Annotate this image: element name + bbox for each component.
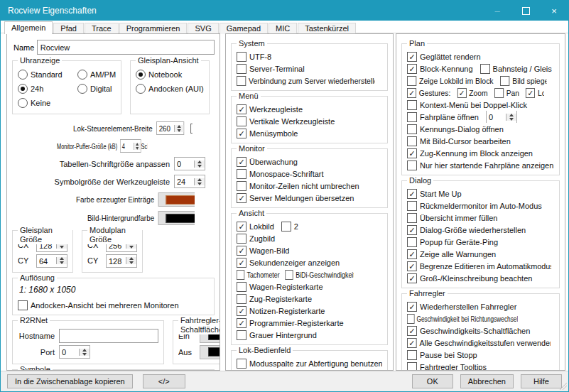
checkbox-server-terminal[interactable]: Server-Terminal bbox=[237, 64, 305, 74]
checkbox-box[interactable] bbox=[237, 234, 246, 244]
checkbox-box[interactable]: ✓ bbox=[407, 249, 417, 259]
minimize-button[interactable]: – bbox=[483, 1, 511, 21]
color-picker-button[interactable] bbox=[200, 345, 220, 359]
checkbox-begrenze-editieren-im-automatikmodus[interactable]: ✓Begrenze Editieren im Automatikmodus bbox=[407, 261, 551, 271]
tab-mic[interactable]: MIC bbox=[269, 23, 297, 34]
spinner-buttons[interactable] bbox=[174, 125, 183, 132]
radio-standard[interactable]: Standard bbox=[18, 70, 70, 80]
spin-up-icon[interactable] bbox=[177, 125, 180, 128]
checkbox-mit-bild-cursor-bearbeiten[interactable]: Mit Bild-Cursor bearbeiten bbox=[407, 136, 511, 146]
checkbox-bersicht-immer-f-llen[interactable]: Übersicht immer füllen bbox=[407, 213, 497, 223]
tab-trace[interactable]: Trace bbox=[85, 23, 119, 34]
checkbox-box[interactable]: ✓ bbox=[407, 302, 417, 312]
checkbox-box[interactable] bbox=[237, 52, 246, 62]
checkbox-monospace-schriftart[interactable]: Monospace-Schriftart bbox=[237, 169, 324, 179]
checkbox-box[interactable]: ✓ bbox=[407, 326, 417, 336]
spinner-24[interactable]: 24 bbox=[174, 175, 205, 188]
checkbox-box[interactable] bbox=[281, 222, 291, 232]
spinner-260[interactable]: 260 bbox=[156, 121, 184, 135]
spinner-0[interactable]: 0 bbox=[486, 111, 517, 123]
spinner-buttons[interactable] bbox=[506, 114, 516, 121]
checkbox-pan[interactable]: Pan bbox=[494, 88, 519, 98]
spin-up-icon[interactable] bbox=[197, 178, 202, 181]
checkbox-gegl-ttet-rendern[interactable]: ✓Geglättet rendern bbox=[407, 52, 481, 62]
tab-svg[interactable]: SVG bbox=[188, 23, 218, 34]
checkbox-sekundenzeiger-anzeigen[interactable]: ✓Sekundenzeiger anzeigen bbox=[237, 258, 340, 268]
checkbox-box[interactable] bbox=[407, 237, 417, 247]
radio-circle[interactable] bbox=[77, 70, 87, 80]
checkbox-block-kennung[interactable]: ✓Block-Kennung bbox=[407, 64, 473, 74]
text-input[interactable] bbox=[59, 329, 158, 343]
checkbox-box[interactable]: ✓ bbox=[237, 157, 246, 167]
checkbox-start-me-up[interactable]: ✓Start Me Up bbox=[407, 189, 462, 199]
checkbox-zeige-lokbild-im-block[interactable]: Zeige Lokbild im Block bbox=[407, 76, 494, 86]
radio-circle[interactable] bbox=[136, 84, 146, 94]
checkbox-wiederherstellen-fahrregler[interactable]: ✓Wiederherstellen Fahrregler bbox=[407, 302, 516, 312]
checkbox-box[interactable]: ✓ bbox=[237, 318, 246, 328]
checkbox-grauer-hintergrund[interactable]: Grauer Hintergrund bbox=[237, 330, 317, 340]
tab-pfad[interactable]: Pfad bbox=[53, 23, 84, 34]
spinner-value[interactable]: 0 bbox=[175, 159, 194, 168]
checkbox-zeige-alle-warnungen[interactable]: ✓Zeige alle Warnungen bbox=[407, 249, 496, 259]
checkbox-box[interactable]: ✓ bbox=[407, 64, 417, 74]
checkbox-box[interactable] bbox=[407, 76, 416, 86]
checkbox-long[interactable]: ✓Long bbox=[526, 88, 544, 98]
checkbox-werkzeugleiste[interactable]: ✓Werkzeugleiste bbox=[237, 104, 303, 114]
checkbox-box[interactable] bbox=[407, 160, 417, 170]
spinner-value[interactable]: 4 bbox=[121, 141, 134, 151]
checkbox-box[interactable]: ✓ bbox=[237, 222, 246, 232]
spin-down-icon[interactable] bbox=[60, 246, 64, 249]
checkbox-mic[interactable]: MIC bbox=[190, 124, 193, 134]
checkbox-geschwindigkeit-bei-richtungswechsel-zur-cksetzen[interactable]: Geschwindigkeit bei Richtungswechsel zur… bbox=[407, 314, 518, 324]
checkbox-box[interactable] bbox=[237, 116, 246, 126]
spinner-buttons[interactable] bbox=[126, 257, 136, 264]
checkbox-box[interactable]: ✓ bbox=[237, 306, 246, 316]
checkbox-monitor-zeilen-nicht-umbrechen[interactable]: Monitor-Zeilen nicht umbrechen bbox=[237, 181, 359, 191]
maximize-button[interactable] bbox=[511, 1, 540, 21]
checkbox-box[interactable]: ✓ bbox=[237, 129, 246, 138]
checkbox-gestures[interactable]: ✓Gestures: bbox=[407, 88, 450, 98]
radio-circle[interactable] bbox=[18, 98, 28, 108]
checkbox-utf-8[interactable]: UTF-8 bbox=[237, 52, 271, 62]
spinner-buttons[interactable] bbox=[56, 257, 67, 264]
color-picker-button[interactable] bbox=[158, 192, 195, 207]
radio-circle[interactable] bbox=[18, 84, 28, 94]
spin-down-icon[interactable] bbox=[136, 147, 139, 150]
checkbox-box[interactable] bbox=[237, 270, 244, 280]
checkbox-box[interactable] bbox=[237, 330, 246, 340]
spinner-buttons[interactable] bbox=[134, 143, 141, 150]
name-input[interactable] bbox=[37, 40, 215, 55]
resize-grip[interactable] bbox=[560, 383, 567, 390]
checkbox-box[interactable]: ✓ bbox=[407, 261, 417, 271]
checkbox-box[interactable]: ✓ bbox=[526, 88, 535, 98]
spin-down-icon[interactable] bbox=[509, 118, 514, 121]
checkbox-men-symbole[interactable]: ✓Menüsymbole bbox=[237, 129, 298, 138]
checkbox-box[interactable] bbox=[237, 64, 246, 74]
checkbox-pause-bei-stopp[interactable]: Pause bei Stopp bbox=[407, 350, 477, 360]
checkbox-nur-hier-startende-fahrpl-ne-anzeigen[interactable]: Nur hier startende Fahrpläne anzeigen bbox=[407, 160, 553, 170]
tab-gamepad[interactable]: Gamepad bbox=[220, 23, 268, 34]
spinner-4[interactable]: 4 bbox=[120, 139, 141, 153]
ok-button[interactable]: OK bbox=[412, 374, 453, 388]
spin-up-icon[interactable] bbox=[129, 257, 134, 260]
checkbox-box[interactable] bbox=[407, 314, 415, 324]
spin-down-icon[interactable] bbox=[177, 129, 180, 132]
checkbox-box[interactable] bbox=[237, 359, 246, 369]
help-button[interactable]: Hilfe bbox=[521, 374, 562, 388]
checkbox-box[interactable] bbox=[480, 64, 490, 74]
spinner-value[interactable]: 64 bbox=[37, 256, 56, 266]
checkbox-notizen-registerkarte[interactable]: ✓Notizen-Registerkarte bbox=[237, 306, 325, 316]
checkbox-box[interactable] bbox=[286, 270, 293, 280]
checkbox-andocken-ansicht-bei-mehreren-monitoren[interactable]: Andocken-Ansicht bei mehreren Monitoren bbox=[18, 300, 179, 310]
checkbox-zugbild[interactable]: Zugbild bbox=[237, 234, 275, 244]
tab-tastenk-rzel[interactable]: Tastenkürzel bbox=[298, 23, 356, 34]
checkbox-wagen-bild[interactable]: ✓Wagen-Bild bbox=[237, 246, 289, 256]
checkbox-server-meldungen-bersetzen[interactable]: ✓Server Meldungen übersetzen bbox=[237, 193, 354, 203]
checkbox-tachometer[interactable]: Tachometer bbox=[237, 270, 280, 280]
radio-circle[interactable] bbox=[77, 84, 87, 94]
checkbox-programmier-registerkarte[interactable]: ✓Programmier-Registerkarte bbox=[237, 318, 344, 328]
checkbox-2[interactable]: 2 bbox=[281, 222, 298, 232]
spin-down-icon[interactable] bbox=[60, 261, 64, 264]
checkbox-box[interactable]: ✓ bbox=[407, 52, 417, 62]
checkbox-box[interactable] bbox=[18, 300, 28, 310]
